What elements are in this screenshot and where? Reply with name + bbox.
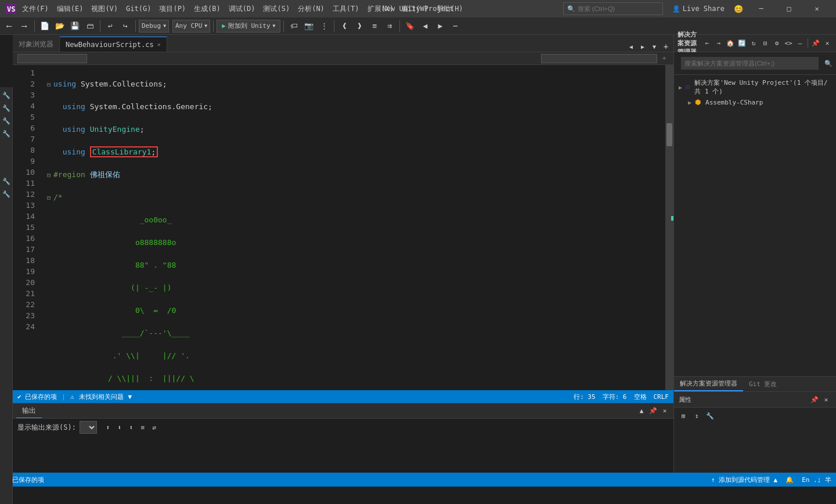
new-project-btn[interactable]: 📄 [38, 19, 52, 33]
se-pin[interactable]: 📌 [810, 38, 821, 49]
sidebar-icon-3[interactable]: 🔧 [1, 115, 12, 127]
code-content[interactable]: ⊟using System.Collections; using System.… [42, 65, 665, 390]
se-solution-node[interactable]: ▶ ⊡ 解决方案'New Unity Project'(1 个项目/共 1 个) [674, 77, 836, 97]
se-tab-solution[interactable]: 解决方案资源管理器 [674, 377, 743, 391]
menu-tools[interactable]: 工具(T) [330, 4, 362, 14]
prop-pages-btn[interactable]: 🔧 [704, 410, 716, 422]
toolbar-btn-8[interactable]: ⋮ [317, 19, 331, 33]
redo-btn[interactable]: ↪ [118, 19, 132, 33]
tab-scroll-left[interactable]: ◀ [626, 41, 636, 52]
toolbar-btn-12[interactable]: ⇉ [383, 19, 397, 33]
undo-btn[interactable]: ↩ [103, 19, 117, 33]
separator-1 [34, 20, 35, 32]
code-editor[interactable]: 1 2 3 4 5 6 7 8 9 10 11 12 13 14 15 16 1… [13, 65, 673, 390]
debug-config-dropdown[interactable]: Debug ▼ [139, 20, 169, 33]
sidebar-icon-4[interactable]: 🔧 [1, 128, 12, 139]
se-search-input[interactable] [681, 57, 819, 70]
bookmark-btn[interactable]: 🔖 [403, 19, 417, 33]
breadcrumb-input[interactable] [17, 54, 87, 63]
se-forward[interactable]: → [714, 38, 724, 49]
toolbar-fwd-btn[interactable]: ⟶ [17, 19, 31, 33]
output-btn-5[interactable]: ⇄ [149, 422, 160, 433]
se-collapse[interactable]: — [795, 38, 805, 49]
tab-dropdown[interactable]: ▼ [649, 41, 660, 52]
se-expand-solution[interactable]: ▶ [679, 84, 682, 91]
output-btn-4[interactable]: ≡ [138, 422, 148, 433]
tab-scroll-right[interactable]: ▶ [637, 41, 648, 52]
se-assembly-node[interactable]: ▶ ⬢ Assembly-CSharp [674, 97, 836, 107]
menu-file[interactable]: 文件(F) [20, 4, 51, 14]
prop-pin[interactable]: 📌 [809, 394, 820, 405]
save-all-btn[interactable]: 🗃 [83, 19, 97, 33]
tab-close-btn[interactable]: ✕ [157, 41, 161, 48]
menu-edit[interactable]: 编辑(E) [55, 4, 86, 14]
save-btn[interactable]: 💾 [68, 19, 82, 33]
breadcrumb-class[interactable] [541, 54, 657, 63]
vertical-scrollbar[interactable] [665, 65, 673, 390]
zoom-level[interactable]: ✔ 已保存的项 [17, 393, 57, 401]
menu-build[interactable]: 生成(B) [192, 4, 223, 14]
feedback-icon[interactable]: 😊 [734, 5, 743, 13]
menu-git[interactable]: Git(G) [124, 5, 153, 13]
close-button[interactable]: ✕ [803, 0, 830, 17]
toolbar-btn-9[interactable]: ❰ [337, 19, 351, 33]
output-btn-3[interactable]: ⬆ [126, 422, 136, 433]
menu-test[interactable]: 测试(S) [261, 4, 292, 14]
toolbar-btn-14[interactable]: ▶ [433, 19, 447, 33]
separator-2 [100, 20, 100, 32]
prop-sort-btn[interactable]: ↕ [691, 410, 702, 422]
se-close-panel[interactable]: ✕ [822, 38, 833, 49]
se-code[interactable]: <> [783, 38, 794, 49]
toolbar-btn-13[interactable]: ◀ [418, 19, 432, 33]
new-tab-btn[interactable]: + [661, 41, 671, 52]
open-btn[interactable]: 📂 [53, 19, 67, 33]
output-move-up[interactable]: ▲ [636, 406, 647, 416]
toolbar-back-btn[interactable]: ⟵ [2, 19, 16, 33]
toolbar-btn-11[interactable]: ≡ [367, 19, 381, 33]
se-back[interactable]: ← [702, 38, 712, 49]
warning-icon: ⚠ [70, 393, 74, 401]
maximize-button[interactable]: □ [776, 0, 802, 17]
add-to-source[interactable]: ↑ 添加到源代码管理 ▲ [711, 476, 778, 484]
menu-analyze[interactable]: 分析(N) [296, 4, 327, 14]
search-box[interactable]: 🔍 [563, 2, 663, 15]
output-close[interactable]: ✕ [660, 406, 670, 416]
output-source-row: 显示输出来源(S): ⬆ ⬇ ⬆ ≡ ⇄ [13, 419, 673, 436]
se-filter[interactable]: ⊡ [760, 38, 770, 49]
menu-project[interactable]: 项目(P) [157, 4, 188, 14]
sidebar-icon-6[interactable]: 🔧 [1, 188, 12, 200]
output-btn-2[interactable]: ⬇ [114, 422, 125, 433]
sidebar-icon-5[interactable]: 🔧 [1, 175, 12, 187]
search-input[interactable] [578, 5, 659, 12]
sidebar-icon-2[interactable]: 🔧 [1, 102, 12, 114]
prop-categories-btn[interactable]: ⊞ [678, 410, 689, 422]
tab-object-browser[interactable]: 对象浏览器 [13, 37, 60, 52]
se-sync[interactable]: 🔄 [737, 38, 747, 49]
tab-active-file[interactable]: NewBehaviourScript.cs ✕ [60, 37, 167, 52]
minimize-button[interactable]: ─ [748, 0, 774, 17]
output-btn-1[interactable]: ⬆ [103, 422, 113, 433]
se-home[interactable]: 🏠 [725, 38, 736, 49]
menu-debug[interactable]: 调试(D) [226, 4, 258, 14]
prop-close[interactable]: ✕ [821, 394, 831, 405]
toolbar-btn-15[interactable]: ⋯ [448, 19, 462, 33]
scrollbar-thumb[interactable] [666, 123, 672, 146]
output-source-select[interactable] [80, 421, 97, 434]
output-pin[interactable]: 📌 [648, 406, 658, 416]
se-refresh[interactable]: ↻ [748, 38, 759, 49]
notification-icon[interactable]: 🔔 [785, 476, 794, 484]
live-share-button[interactable]: 👤 Live Share [672, 5, 725, 13]
toolbar-btn-6[interactable]: 🏷 [287, 19, 301, 33]
sidebar-icon-1[interactable]: 🔧 [1, 89, 12, 101]
se-properties[interactable]: ⚙ [772, 38, 782, 49]
se-tab-git[interactable]: Git 更改 [743, 377, 783, 391]
attach-unity-button[interactable]: ▶ 附加到 Unity ▼ [217, 20, 280, 33]
breadcrumb-scroll-btn[interactable]: + [660, 54, 669, 63]
issue-filter[interactable]: ▼ [128, 393, 132, 401]
platform-dropdown[interactable]: Any CPU ▼ [172, 20, 210, 33]
menu-view[interactable]: 视图(V) [89, 4, 120, 14]
toolbar-btn-7[interactable]: 📷 [302, 19, 316, 33]
se-expand-assembly[interactable]: ▶ [688, 99, 691, 106]
toolbar-btn-10[interactable]: ❱ [352, 19, 366, 33]
output-tab[interactable]: 输出 [16, 404, 42, 418]
